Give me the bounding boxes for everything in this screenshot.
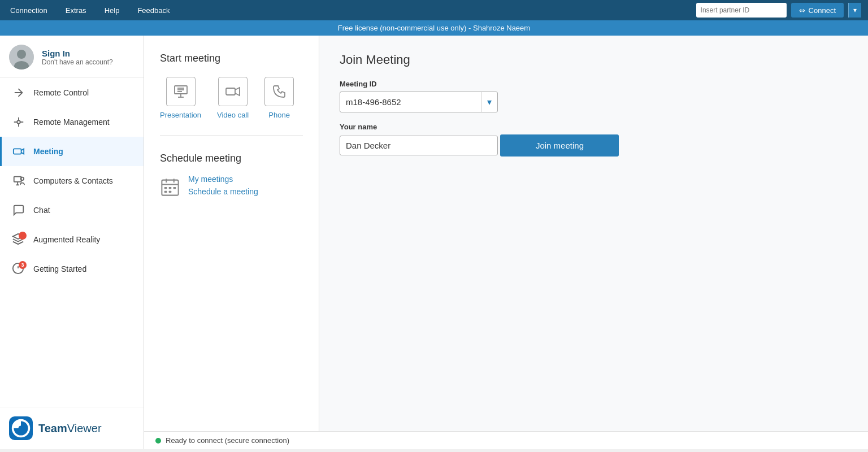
svg-rect-24 [226,88,235,95]
phone-button[interactable]: Phone [264,77,294,119]
presentation-label: Presentation [160,111,201,119]
connect-button[interactable]: ⇔ Connect [791,3,844,18]
sidebar-item-remote-control[interactable]: Remote Control [0,78,144,107]
remote-control-icon [12,86,25,99]
avatar[interactable] [9,45,34,69]
sign-in-text-wrap: Sign In Don't have an account? [42,49,113,66]
meeting-icons: Presentation Video call [160,77,303,136]
main-layout: Sign In Don't have an account? Remote Co… [0,36,868,449]
svg-point-12 [21,177,24,181]
sign-in-link[interactable]: Sign In [42,49,113,58]
sidebar-item-label: Remote Control [33,88,89,97]
start-meeting-title: Start meeting [160,53,303,64]
svg-rect-30 [169,187,172,189]
meeting-icon [12,145,25,158]
sidebar-item-chat[interactable]: Chat [0,195,144,225]
teamviewer-logo [9,416,33,440]
schedule-section: Schedule meeting [160,153,303,199]
getting-started-icon-wrap: 3 [12,262,25,276]
meeting-id-input[interactable] [340,93,481,111]
menu-feedback[interactable]: Feedback [134,4,173,17]
sidebar-item-label: Computers & Contacts [33,176,113,185]
svg-rect-9 [14,177,21,182]
sidebar-item-label: Getting Started [33,264,86,273]
menu-bar: Connection Extras Help Feedback ⇔ Connec… [0,0,868,20]
sidebar-item-computers-contacts[interactable]: Computers & Contacts [0,166,144,195]
my-meetings-link[interactable]: My meetings [188,175,258,184]
license-banner: Free license (non-commercial use only) -… [0,20,868,36]
phone-label: Phone [268,111,290,119]
chat-icon [12,203,25,217]
svg-rect-33 [169,191,172,193]
calendar-icon [160,177,180,199]
sidebar-item-label: Chat [33,206,50,215]
svg-rect-32 [164,191,167,193]
left-panel: Start meeting [144,36,319,431]
connect-label: Connect [809,6,836,15]
sidebar-item-augmented-reality[interactable]: Augmented Reality [0,225,144,254]
svg-point-17 [19,426,24,431]
status-bar: Ready to connect (secure connection) [144,431,868,449]
status-dot [155,438,161,444]
sidebar: Sign In Don't have an account? Remote Co… [0,36,144,449]
sidebar-item-label: Augmented Reality [33,235,100,244]
video-call-icon [218,77,248,106]
getting-started-badge: 3 [19,261,27,269]
sidebar-footer: TeamViewer [0,407,144,449]
sidebar-item-label: Meeting [33,147,63,156]
video-call-label: Video call [217,111,249,119]
your-name-input[interactable] [340,136,498,155]
augmented-reality-icon-wrap [12,233,25,246]
augmented-reality-badge [19,232,27,240]
schedule-meeting-title: Schedule meeting [160,153,303,164]
sign-in-sub[interactable]: Don't have an account? [42,58,113,66]
content-area: Start meeting [144,36,868,449]
computers-contacts-icon [12,174,25,188]
phone-icon [264,77,294,106]
menu-help[interactable]: Help [101,4,123,17]
svg-rect-31 [173,187,176,189]
svg-point-3 [17,120,20,124]
sidebar-nav: Remote Control Remote Management [0,78,144,407]
meeting-id-dropdown-button[interactable]: ▾ [481,92,497,112]
sidebar-item-label: Remote Management [33,118,110,127]
teamviewer-brand-text: TeamViewer [38,422,102,435]
schedule-links: My meetings Schedule a meeting [188,175,258,196]
join-meeting-title: Join Meeting [340,53,848,67]
meeting-id-row: ▾ [340,92,498,112]
svg-point-1 [17,50,26,59]
menu-connection[interactable]: Connection [7,4,51,17]
join-meeting-button[interactable]: Join meeting [500,134,619,157]
menu-bar-right: ⇔ Connect ▾ [696,3,861,18]
presentation-button[interactable]: Presentation [160,77,201,119]
video-call-button[interactable]: Video call [217,77,249,119]
right-panel: Join Meeting Meeting ID ▾ Your name Join… [319,36,868,431]
sidebar-item-remote-management[interactable]: Remote Management [0,107,144,137]
connect-arrow-icon: ⇔ [799,6,805,15]
schedule-a-meeting-link[interactable]: Schedule a meeting [188,187,258,196]
your-name-label: Your name [340,123,848,131]
menu-extras[interactable]: Extras [62,4,90,17]
status-text: Ready to connect (secure connection) [166,436,289,445]
meeting-id-label: Meeting ID [340,80,848,88]
presentation-icon [166,77,196,106]
schedule-row: My meetings Schedule a meeting [160,175,303,199]
content-main: Start meeting [144,36,868,431]
svg-rect-29 [164,187,167,189]
connect-dropdown-button[interactable]: ▾ [848,3,861,18]
sidebar-header: Sign In Don't have an account? [0,36,144,78]
partner-id-input[interactable] [696,3,787,18]
license-text: Free license (non-commercial use only) -… [338,24,530,32]
svg-rect-8 [14,149,21,154]
sidebar-item-meeting[interactable]: Meeting [0,137,144,166]
sidebar-item-getting-started[interactable]: 3 Getting Started [0,254,144,284]
remote-management-icon [12,115,25,129]
